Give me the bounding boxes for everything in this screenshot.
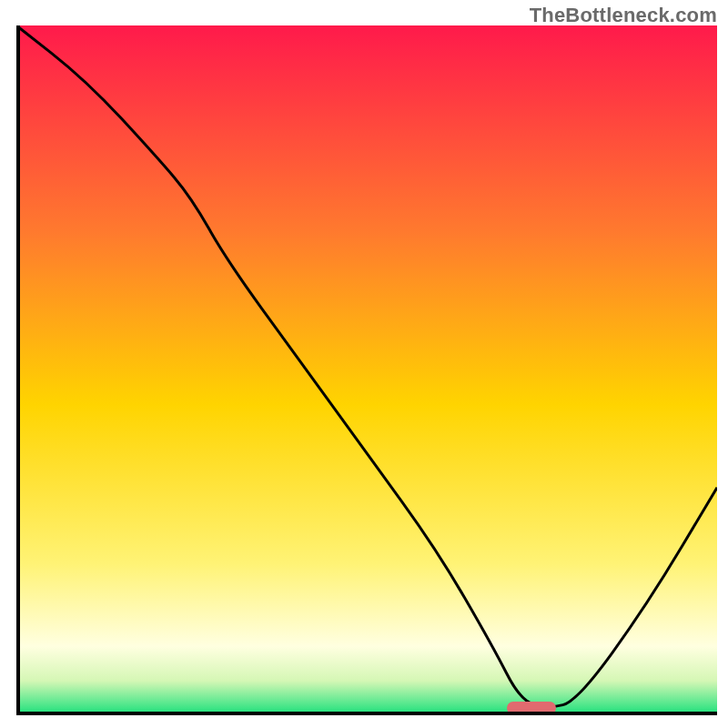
watermark-text: TheBottleneck.com [530,4,717,27]
plot-area [16,25,717,715]
curve-svg [16,25,717,715]
bottleneck-curve [16,25,717,707]
optimal-marker [507,702,556,714]
chart-container: TheBottleneck.com [0,0,728,728]
